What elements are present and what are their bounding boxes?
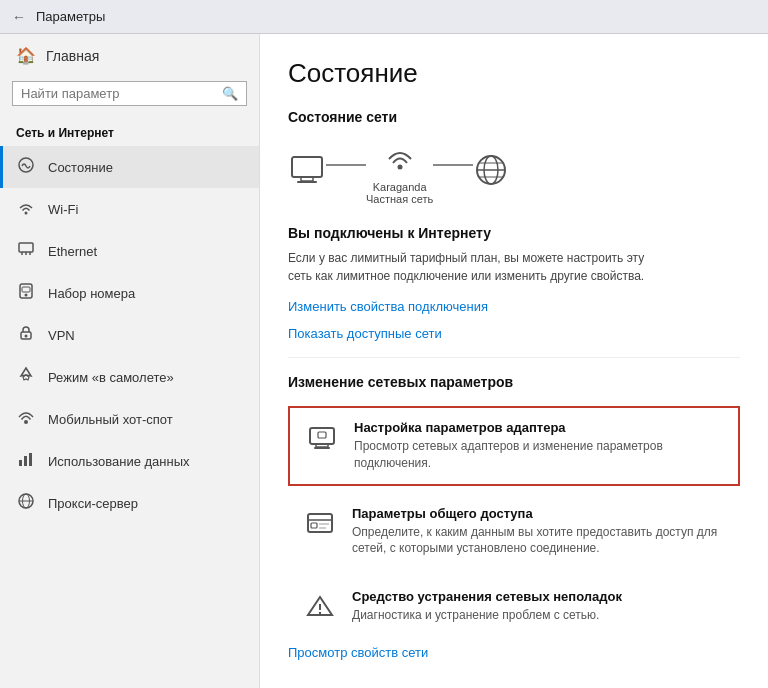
sharing-name: Параметры общего доступа xyxy=(352,506,726,521)
troubleshoot-text: Средство устранения сетевых неполадок Ди… xyxy=(352,589,622,624)
sidebar-item-status[interactable]: Состояние xyxy=(0,146,259,188)
vpn-icon xyxy=(16,324,36,346)
sidebar-item-label: Прокси-сервер xyxy=(48,496,138,511)
network-sub-label: Частная сеть xyxy=(366,193,433,205)
sharing-icon xyxy=(302,506,338,542)
settings-item-troubleshoot[interactable]: Средство устранения сетевых неполадок Ди… xyxy=(288,577,740,637)
sidebar-item-label: Состояние xyxy=(48,160,113,175)
title-bar-title: Параметры xyxy=(36,9,105,24)
sidebar-item-datausage[interactable]: Использование данных xyxy=(0,440,259,482)
show-networks-link[interactable]: Показать доступные сети xyxy=(288,326,740,341)
divider xyxy=(288,357,740,358)
svg-rect-20 xyxy=(297,181,317,183)
troubleshoot-icon xyxy=(302,589,338,625)
sharing-text: Параметры общего доступа Определите, к к… xyxy=(352,506,726,558)
svg-rect-19 xyxy=(301,177,313,181)
sidebar-item-label: Wi-Fi xyxy=(48,202,78,217)
back-button[interactable]: ← xyxy=(12,9,26,25)
adapter-desc: Просмотр сетевых адаптеров и изменение п… xyxy=(354,438,724,472)
svg-point-11 xyxy=(24,420,28,424)
ethernet-icon xyxy=(16,240,36,262)
settings-items: Настройка параметров адаптера Просмотр с… xyxy=(288,406,740,637)
troubleshoot-desc: Диагностика и устранение проблем с сетью… xyxy=(352,607,622,624)
proxy-icon xyxy=(16,492,36,514)
svg-point-37 xyxy=(319,612,321,614)
sidebar: 🏠 Главная 🔍 Сеть и Интернет СостояниеWi-… xyxy=(0,34,260,688)
svg-rect-18 xyxy=(292,157,322,177)
sidebar-item-dialup[interactable]: Набор номера xyxy=(0,272,259,314)
datausage-icon xyxy=(16,450,36,472)
settings-item-adapter[interactable]: Настройка параметров адаптера Просмотр с… xyxy=(288,406,740,486)
svg-rect-30 xyxy=(318,432,326,438)
home-icon: 🏠 xyxy=(16,46,36,65)
svg-point-10 xyxy=(25,335,28,338)
troubleshoot-name: Средство устранения сетевых неполадок xyxy=(352,589,622,604)
sidebar-item-label: Мобильный хот-спот xyxy=(48,412,173,427)
sidebar-item-home[interactable]: 🏠 Главная xyxy=(0,34,259,77)
adapter-text: Настройка параметров адаптера Просмотр с… xyxy=(354,420,724,472)
sidebar-item-hotspot[interactable]: Мобильный хот-спот xyxy=(0,398,259,440)
svg-rect-28 xyxy=(316,444,328,447)
sidebar-section-title: Сеть и Интернет xyxy=(0,118,259,146)
sharing-desc: Определите, к каким данным вы хотите пре… xyxy=(352,524,726,558)
adapter-icon xyxy=(304,420,340,456)
svg-rect-14 xyxy=(29,453,32,466)
dialup-icon xyxy=(16,282,36,304)
settings-item-sharing[interactable]: Параметры общего доступа Определите, к к… xyxy=(288,494,740,570)
connected-desc: Если у вас лимитный тарифный план, вы мо… xyxy=(288,249,668,285)
svg-rect-8 xyxy=(22,287,30,292)
svg-rect-2 xyxy=(19,243,33,252)
change-settings-title: Изменение сетевых параметров xyxy=(288,374,740,390)
svg-rect-29 xyxy=(314,447,330,449)
sidebar-home-label: Главная xyxy=(46,48,99,64)
line2 xyxy=(433,164,473,166)
connected-title: Вы подключены к Интернету xyxy=(288,225,740,241)
sidebar-item-label: Набор номера xyxy=(48,286,135,301)
svg-point-1 xyxy=(25,212,28,215)
network-section-title: Состояние сети xyxy=(288,109,740,125)
sidebar-item-label: Режим «в самолете» xyxy=(48,370,174,385)
sidebar-items: СостояниеWi-FiEthernetНабор номераVPNРеж… xyxy=(0,146,259,524)
hotspot-icon xyxy=(16,408,36,430)
status-icon xyxy=(16,156,36,178)
sidebar-item-ethernet[interactable]: Ethernet xyxy=(0,230,259,272)
main-layout: 🏠 Главная 🔍 Сеть и Интернет СостояниеWi-… xyxy=(0,34,768,688)
svg-point-7 xyxy=(25,294,28,297)
view-network-props-link[interactable]: Просмотр свойств сети xyxy=(288,645,740,660)
network-label: Karaganda xyxy=(373,181,427,193)
search-input[interactable] xyxy=(21,86,222,101)
svg-rect-27 xyxy=(310,428,334,444)
sidebar-item-airplane[interactable]: Режим «в самолете» xyxy=(0,356,259,398)
sidebar-item-proxy[interactable]: Прокси-сервер xyxy=(0,482,259,524)
svg-rect-34 xyxy=(319,523,329,525)
title-bar: ← Параметры xyxy=(0,0,768,34)
sidebar-item-label: VPN xyxy=(48,328,75,343)
svg-rect-33 xyxy=(311,523,317,528)
svg-rect-12 xyxy=(19,460,22,466)
svg-point-21 xyxy=(397,165,402,170)
search-box[interactable]: 🔍 xyxy=(12,81,247,106)
network-diagram: Karaganda Частная сеть xyxy=(288,139,740,205)
page-title: Состояние xyxy=(288,58,740,89)
sidebar-item-label: Ethernet xyxy=(48,244,97,259)
content-area: Состояние Состояние сети Karagan xyxy=(260,34,768,688)
svg-rect-13 xyxy=(24,456,27,466)
globe-icon xyxy=(473,152,509,192)
airplane-icon xyxy=(16,366,36,388)
search-icon: 🔍 xyxy=(222,86,238,101)
adapter-name: Настройка параметров адаптера xyxy=(354,420,724,435)
line1 xyxy=(326,164,366,166)
sidebar-item-vpn[interactable]: VPN xyxy=(0,314,259,356)
change-properties-link[interactable]: Изменить свойства подключения xyxy=(288,299,740,314)
svg-rect-35 xyxy=(319,527,326,529)
sidebar-item-wifi[interactable]: Wi-Fi xyxy=(0,188,259,230)
sidebar-item-label: Использование данных xyxy=(48,454,190,469)
computer-icon xyxy=(288,155,326,189)
router-icon: Karaganda Частная сеть xyxy=(366,139,433,205)
wifi-icon xyxy=(16,198,36,220)
